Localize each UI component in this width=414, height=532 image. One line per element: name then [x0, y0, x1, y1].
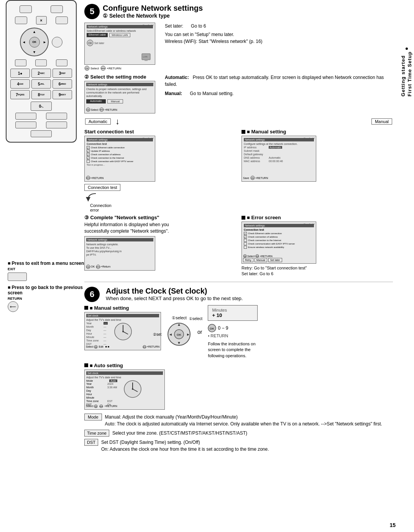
num-btn-2[interactable]: 2ABC: [31, 69, 51, 78]
screen1-desc: Select/Ethernet cable or wireless networ…: [87, 30, 153, 32]
num-btn-1[interactable]: 1●: [10, 69, 30, 78]
ok-area: OK 0 − 9 • RETURN: [208, 324, 258, 338]
section5-title: Configure Network settings: [103, 4, 203, 13]
screen1-ok-icon: OK: [87, 39, 94, 46]
num-btn-7[interactable]: 7PQRS: [10, 90, 30, 99]
svg-text:OK: OK: [87, 266, 90, 268]
manual-setting-title: ■ Manual setting: [242, 129, 393, 135]
press-return-title: ■ Press to go back to the previous scree…: [8, 285, 84, 296]
connection-error-label: Connectionerror: [90, 203, 155, 212]
remote-btn-1[interactable]: [20, 5, 32, 13]
num-btn-5[interactable]: 5JKL: [31, 79, 51, 89]
ct-check2: Update IP address: [87, 149, 153, 153]
manual-setting-screen: Network settings Step 6 of 7 Configure s…: [242, 136, 316, 182]
auto-setting-section: ■ Auto setting Set clock Step 7 of 7 Adj…: [84, 363, 393, 453]
right-col: ■ Manual setting Network settings Step 6…: [242, 129, 393, 182]
num-btn-8[interactable]: 8TUV: [31, 90, 51, 99]
num-btn-3[interactable]: 3DEF: [53, 69, 72, 78]
screen1-step: Step 5 of 7: [143, 24, 154, 26]
num-btn-6[interactable]: 6MNO: [53, 79, 72, 89]
section-divider: [84, 282, 393, 282]
complete-step: Step 9 of 7: [143, 238, 154, 240]
manual-label: Manual: [371, 118, 392, 125]
step4-title: ③ Complete "Network settings": [84, 215, 236, 220]
remote-bottom-btn-3[interactable]: [15, 122, 36, 128]
exit-button[interactable]: [8, 273, 27, 281]
remote-btn-2[interactable]: [51, 5, 63, 13]
svg-text:OK: OK: [243, 255, 246, 258]
auto-screen-step: Step 7 of 7: [152, 371, 163, 373]
flow-arrows: Connection test Connectionerror: [84, 183, 393, 212]
num-btn-0[interactable]: 0-.: [31, 102, 52, 111]
remote-bottom-btn-4[interactable]: [46, 122, 67, 128]
ct-screen-step: Step 6 of 7: [143, 137, 154, 140]
svg-text:OK: OK: [95, 406, 98, 408]
manual-right-label: Manual: [371, 118, 393, 125]
remote-mid-btn-1[interactable]: [15, 59, 26, 66]
svg-point-45: [132, 388, 133, 390]
page-number: 15: [389, 522, 396, 528]
ct-check1: Check Ethernet cable connection: [87, 146, 153, 149]
nav-ring-svg: OK ▲ ▼ ◄ ►: [167, 322, 192, 347]
remote-bottom-btn-1[interactable]: [15, 113, 36, 120]
manual-setting-title-6: ■ Manual setting: [84, 305, 161, 311]
auto-clock-face: [123, 379, 142, 407]
remote-mid-btn-3[interactable]: [56, 59, 67, 66]
svg-text:OK: OK: [87, 109, 90, 111]
screen2-auto: Automatic: [86, 99, 106, 103]
auto-setting-title: ■ Auto setting: [84, 363, 393, 368]
retry-desc: Retry: Go to "Start connection test" Set…: [242, 265, 393, 277]
complete-screen: Network settings Step 9 of 7 Network set…: [84, 236, 155, 271]
start-connection-title: Start connection test: [84, 129, 236, 135]
ms-f4-val: Automatic: [269, 156, 281, 159]
step4-left: ③ Complete "Network settings" Helpful in…: [84, 215, 236, 277]
remote-bottom-btn-5[interactable]: [31, 130, 52, 137]
or-text: or: [197, 329, 202, 335]
ct-check5: Check connection with EASY IPTV server: [87, 160, 153, 163]
remote-bottom-btn-2[interactable]: [46, 113, 67, 120]
svg-rect-3: [145, 60, 148, 61]
select-area: ①select OK ▲ ▼ ◄ ►: [167, 315, 192, 347]
svg-text:⟵: ⟵: [100, 108, 104, 112]
dst-row: DST Set DST (Daylight Saving Time) setti…: [84, 439, 393, 453]
remote-ok-button[interactable]: OK: [29, 37, 40, 48]
mode-row: Mode Manual: Adjust the clock manually (…: [84, 414, 393, 427]
err-select: Select: [247, 255, 255, 258]
remote-mid-btn-2[interactable]: [35, 59, 47, 66]
num-btn-9[interactable]: 9WXY: [53, 90, 72, 99]
return-button[interactable]: ⟵: [8, 301, 18, 312]
remote-side-button[interactable]: [52, 37, 62, 48]
ct-return: +RETURN: [91, 177, 104, 179]
remote-nav-ring[interactable]: ▲ ▼ ◄ ► OK: [20, 28, 49, 56]
return-label-6: • RETURN: [208, 333, 258, 338]
ok-label: OK: [32, 41, 36, 43]
num-btn-4[interactable]: 4GHI: [10, 79, 30, 89]
instructions-area: 5 Configure Network settings ① Select th…: [84, 4, 397, 453]
section6-number: 6: [84, 287, 100, 302]
ok-range: 0 − 9: [218, 325, 228, 331]
clock-desc: Adjust the TV's date and time: [86, 319, 159, 321]
svg-text:LAN: LAN: [143, 56, 148, 58]
remote-btn-4[interactable]: [56, 16, 68, 24]
network-type-screen: Network settings Step 5 of 7 Select/Ethe…: [84, 23, 155, 65]
err-retry: Retry: [243, 258, 253, 262]
lan-icon: LAN: [141, 53, 153, 62]
remote-x-button[interactable]: ×: [36, 16, 47, 25]
svg-text:⟵: ⟵: [143, 346, 146, 348]
step2-screen: ② Select the setting mode Network settin…: [84, 74, 165, 113]
timezone-row: Time zone Select your time zone. (EST/CS…: [84, 430, 393, 437]
connection-test-screen: Network settings Step 6 of 7 Connection …: [84, 136, 155, 182]
svg-text:⟵: ⟵: [101, 67, 106, 70]
flow-left: Automatic: [84, 118, 112, 125]
remote-btn-3[interactable]: [15, 16, 27, 24]
remote-nav-left: ◄: [22, 40, 26, 44]
section6-manual: ■ Manual setting Set clock Step 7 of 7 A…: [84, 305, 393, 359]
svg-text:OK: OK: [210, 327, 214, 330]
nav-ring-diagram: OK ▲ ▼ ◄ ► ①select ②set: [167, 322, 192, 347]
timezone-button-label: Time zone: [84, 430, 109, 437]
svg-text:▲: ▲: [177, 322, 181, 327]
dst-button-label: DST: [84, 439, 98, 446]
step2-title: ② Select the setting mode: [84, 74, 165, 80]
nav-instruction: ①select OK ▲ ▼ ◄ ►: [167, 305, 192, 359]
connection-test-label: Connection test Connectionerror: [84, 183, 155, 212]
